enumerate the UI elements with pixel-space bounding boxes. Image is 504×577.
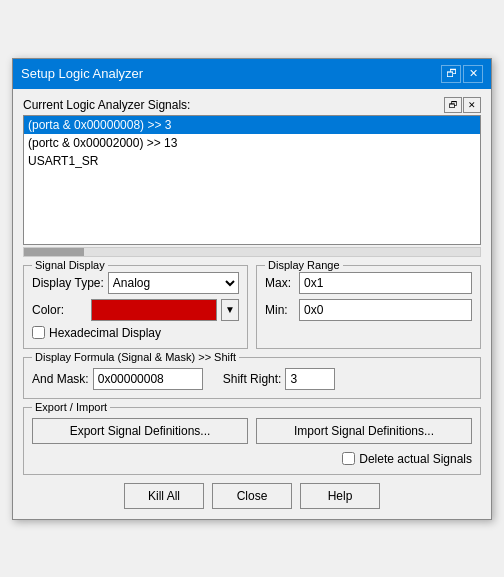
kill-all-button[interactable]: Kill All	[124, 483, 204, 509]
color-label: Color:	[32, 303, 87, 317]
display-range-group: Display Range Max: Min:	[256, 265, 481, 349]
signals-header-buttons: 🗗 ✕	[444, 97, 481, 113]
import-button[interactable]: Import Signal Definitions...	[256, 418, 472, 444]
export-import-title: Export / Import	[32, 401, 110, 413]
delete-signals-checkbox[interactable]	[342, 452, 355, 465]
signal-item-2[interactable]: USART1_SR	[24, 152, 480, 170]
color-row: Color: ▼	[32, 299, 239, 321]
signals-list[interactable]: (porta & 0x00000008) >> 3 (portc & 0x000…	[23, 115, 481, 245]
restore-button[interactable]: 🗗	[441, 65, 461, 83]
close-title-button[interactable]: ✕	[463, 65, 483, 83]
display-type-select[interactable]: Analog Digital Bit	[108, 272, 239, 294]
shift-right-input[interactable]	[285, 368, 335, 390]
setup-logic-analyzer-dialog: Setup Logic Analyzer 🗗 ✕ Current Logic A…	[12, 58, 492, 520]
signal-item-0[interactable]: (porta & 0x00000008) >> 3	[24, 116, 480, 134]
signals-header: Current Logic Analyzer Signals: 🗗 ✕	[23, 97, 481, 113]
display-type-row: Display Type: Analog Digital Bit	[32, 272, 239, 294]
horizontal-scrollbar[interactable]	[23, 247, 481, 257]
help-button[interactable]: Help	[300, 483, 380, 509]
signal-display-group: Signal Display Display Type: Analog Digi…	[23, 265, 248, 349]
export-inner: Export Signal Definitions... Import Sign…	[32, 414, 472, 466]
export-button[interactable]: Export Signal Definitions...	[32, 418, 248, 444]
signal-display-title: Signal Display	[32, 259, 108, 271]
bottom-buttons: Kill All Close Help	[23, 483, 481, 509]
color-dropdown-button[interactable]: ▼	[221, 299, 239, 321]
signals-label: Current Logic Analyzer Signals:	[23, 98, 190, 112]
and-mask-label: And Mask:	[32, 372, 89, 386]
and-mask-row: And Mask:	[32, 368, 203, 390]
title-bar: Setup Logic Analyzer 🗗 ✕	[13, 59, 491, 89]
shift-right-label: Shift Right:	[223, 372, 282, 386]
export-import-buttons-row: Export Signal Definitions... Import Sign…	[32, 418, 472, 444]
formula-group: Display Formula (Signal & Mask) >> Shift…	[23, 357, 481, 399]
scrollbar-thumb	[24, 248, 84, 256]
dialog-title: Setup Logic Analyzer	[21, 66, 143, 81]
display-type-label: Display Type:	[32, 276, 104, 290]
signals-close-btn[interactable]: ✕	[463, 97, 481, 113]
hex-display-row: Hexadecimal Display	[32, 326, 239, 340]
delete-row: Delete actual Signals	[32, 452, 472, 466]
max-row: Max:	[265, 272, 472, 294]
max-input[interactable]	[299, 272, 472, 294]
formula-inner: And Mask: Shift Right:	[32, 364, 472, 390]
min-input[interactable]	[299, 299, 472, 321]
hex-display-label: Hexadecimal Display	[49, 326, 161, 340]
signals-section: Current Logic Analyzer Signals: 🗗 ✕ (por…	[23, 97, 481, 257]
color-picker[interactable]	[91, 299, 217, 321]
min-row: Min:	[265, 299, 472, 321]
shift-right-row: Shift Right:	[223, 368, 336, 390]
formula-title: Display Formula (Signal & Mask) >> Shift	[32, 351, 239, 363]
signal-item-1[interactable]: (portc & 0x00002000) >> 13	[24, 134, 480, 152]
delete-signals-label: Delete actual Signals	[359, 452, 472, 466]
hex-display-checkbox[interactable]	[32, 326, 45, 339]
dialog-body: Current Logic Analyzer Signals: 🗗 ✕ (por…	[13, 89, 491, 519]
max-label: Max:	[265, 276, 295, 290]
close-button[interactable]: Close	[212, 483, 292, 509]
min-label: Min:	[265, 303, 295, 317]
signals-restore-btn[interactable]: 🗗	[444, 97, 462, 113]
panels-row: Signal Display Display Type: Analog Digi…	[23, 265, 481, 349]
title-bar-buttons: 🗗 ✕	[441, 65, 483, 83]
export-import-group: Export / Import Export Signal Definition…	[23, 407, 481, 475]
display-range-title: Display Range	[265, 259, 343, 271]
and-mask-input[interactable]	[93, 368, 203, 390]
